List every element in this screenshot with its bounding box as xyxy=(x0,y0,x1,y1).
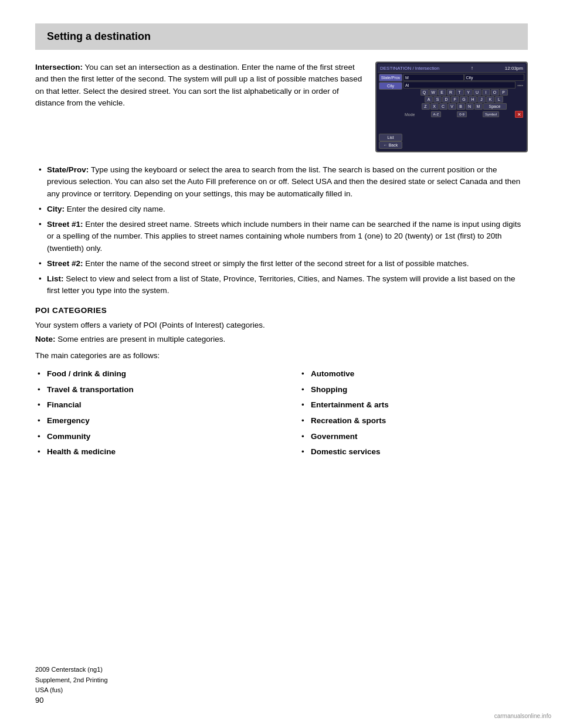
nav-sidebar: State/Prov City List ← Back xyxy=(379,74,402,149)
key-m[interactable]: M xyxy=(474,103,483,110)
key-x[interactable]: X xyxy=(430,103,439,110)
key-b[interactable]: B xyxy=(457,103,465,110)
poi-item-community: Community xyxy=(35,430,264,443)
poi-item-shopping: Shopping xyxy=(299,383,528,396)
poi-right-list: Automotive Shopping Entertainment & arts… xyxy=(299,368,528,458)
page-number: 90 xyxy=(35,696,43,705)
text-state: Type using the keyboard or select the ar… xyxy=(47,165,520,198)
nav-input-row-1: M City xyxy=(403,74,524,81)
poi-main-label: The main categories are as follows: xyxy=(35,350,528,362)
term-list: List: xyxy=(47,274,66,283)
page-container: Setting a destination Intersection: You … xyxy=(0,0,563,728)
key-s[interactable]: S xyxy=(433,96,442,103)
footer-info: 2009 Centerstack (ng1) Supplement, 2nd P… xyxy=(35,665,108,696)
text-list: Select to view and select from a list of… xyxy=(47,274,515,295)
nav-symbol-btn[interactable]: Symbol xyxy=(483,111,499,117)
key-q[interactable]: Q xyxy=(420,89,429,96)
term-street1: Street #1: xyxy=(47,220,85,229)
text-street2: Enter the name of the second street or s… xyxy=(85,259,469,268)
key-w[interactable]: W xyxy=(429,89,437,96)
key-j[interactable]: J xyxy=(477,96,486,103)
nav-close-btn[interactable]: ✕ xyxy=(515,111,523,118)
poi-item-travel-label: Travel & transportation xyxy=(47,385,134,394)
list-item-city: City: Enter the desired city name. xyxy=(35,203,528,215)
poi-item-entertainment: Entertainment & arts xyxy=(299,399,528,411)
poi-item-emergency: Emergency xyxy=(35,414,264,427)
text-city: Enter the desired city name. xyxy=(67,205,165,213)
key-k[interactable]: K xyxy=(486,96,494,103)
nav-input-m[interactable]: M xyxy=(403,74,464,81)
key-z[interactable]: Z xyxy=(422,103,430,110)
nav-az-btn[interactable]: A-Z xyxy=(431,111,442,117)
footer-line1: 2009 Centerstack (ng1) xyxy=(35,665,108,675)
nav-body: State/Prov City List ← Back M City xyxy=(378,73,525,150)
key-h[interactable]: H xyxy=(469,96,477,103)
term-state: State/Prov: xyxy=(47,165,91,174)
nav-state-btn[interactable]: State/Prov xyxy=(379,74,402,81)
key-o[interactable]: O xyxy=(491,89,499,96)
poi-section: POI CATEGORIES Your system offers a vari… xyxy=(35,306,528,461)
key-i[interactable]: I xyxy=(482,89,490,96)
poi-right-column: Automotive Shopping Entertainment & arts… xyxy=(299,368,528,461)
poi-heading: POI CATEGORIES xyxy=(35,306,528,315)
nav-screen-image: DESTINATION / Intersection ↑ 12:03pm Sta… xyxy=(375,62,528,152)
intersection-body: You can set an intersection as a destina… xyxy=(35,63,362,107)
nav-back-btn[interactable]: ← Back xyxy=(379,141,402,149)
poi-item-food-label: Food / drink & dining xyxy=(47,369,126,378)
list-item-street1: Street #1: Enter the desired street name… xyxy=(35,219,528,254)
list-item-list: List: Select to view and select from a l… xyxy=(35,273,528,297)
poi-item-shopping-label: Shopping xyxy=(311,385,347,394)
list-item-state: State/Prov: Type using the keyboard or s… xyxy=(35,164,528,200)
key-f[interactable]: F xyxy=(451,96,459,103)
list-item-street2: Street #2: Enter the name of the second … xyxy=(35,258,528,270)
header-banner: Setting a destination xyxy=(35,23,528,50)
nav-bottom-bar: Mode A-Z 0-9 Symbol ✕ xyxy=(403,110,524,118)
poi-item-automotive-label: Automotive xyxy=(311,369,354,378)
key-t[interactable]: T xyxy=(456,89,464,96)
nav-list-btn[interactable]: List xyxy=(379,134,402,141)
key-v[interactable]: V xyxy=(448,103,456,110)
key-g[interactable]: G xyxy=(460,96,468,103)
key-r[interactable]: R xyxy=(447,89,455,96)
key-l[interactable]: L xyxy=(495,96,503,103)
poi-item-financial-label: Financial xyxy=(47,400,82,409)
poi-item-recreation-label: Recreation & sports xyxy=(311,416,386,425)
key-p[interactable]: P xyxy=(500,89,508,96)
nav-icon: ↑ xyxy=(471,65,474,71)
poi-item-domestic-label: Domestic services xyxy=(311,447,381,456)
key-n[interactable]: N xyxy=(466,103,474,110)
nav-city-btn[interactable]: City xyxy=(379,82,402,90)
key-a[interactable]: A xyxy=(425,96,433,103)
poi-categories-table: Food / drink & dining Travel & transport… xyxy=(35,368,528,461)
key-u[interactable]: U xyxy=(473,89,481,96)
key-d[interactable]: D xyxy=(442,96,450,103)
term-city: City: xyxy=(47,205,67,213)
nav-input-street[interactable]: Al xyxy=(403,81,515,89)
key-space[interactable]: Space xyxy=(483,103,507,110)
poi-item-automotive: Automotive xyxy=(299,368,528,380)
nav-main: M City Al •••• Q W E R T xyxy=(403,74,524,149)
nav-mode-label: Mode xyxy=(405,113,415,117)
poi-item-emergency-label: Emergency xyxy=(47,416,90,425)
nav-input-city[interactable]: City xyxy=(464,74,525,81)
watermark: carmanualsonline.info xyxy=(494,713,551,719)
intersection-label: Intersection: xyxy=(35,63,83,72)
key-e[interactable]: E xyxy=(438,89,446,96)
key-y[interactable]: Y xyxy=(464,89,473,96)
intersection-text: Intersection: You can set an intersectio… xyxy=(35,62,364,152)
poi-item-recreation: Recreation & sports xyxy=(299,414,528,427)
poi-item-health-label: Health & medicine xyxy=(47,447,116,456)
feature-list: State/Prov: Type using the keyboard or s… xyxy=(35,164,528,297)
nav-top-bar: DESTINATION / Intersection ↑ 12:03pm xyxy=(378,64,525,73)
page-title: Setting a destination xyxy=(47,30,516,43)
nav-screen-title: DESTINATION / Intersection xyxy=(380,66,439,71)
poi-left-list: Food / drink & dining Travel & transport… xyxy=(35,368,264,458)
poi-intro: Your system offers a variety of POI (Poi… xyxy=(35,319,528,331)
poi-note-text: Some entries are present in multiple cat… xyxy=(57,335,225,343)
poi-item-travel: Travel & transportation xyxy=(35,383,264,396)
keyboard-row-3: Z X C V B N M Space xyxy=(403,103,524,110)
nav-dots: •••• xyxy=(516,83,524,87)
nav-09-btn[interactable]: 0-9 xyxy=(457,111,467,117)
key-c[interactable]: C xyxy=(439,103,447,110)
poi-item-financial: Financial xyxy=(35,399,264,411)
